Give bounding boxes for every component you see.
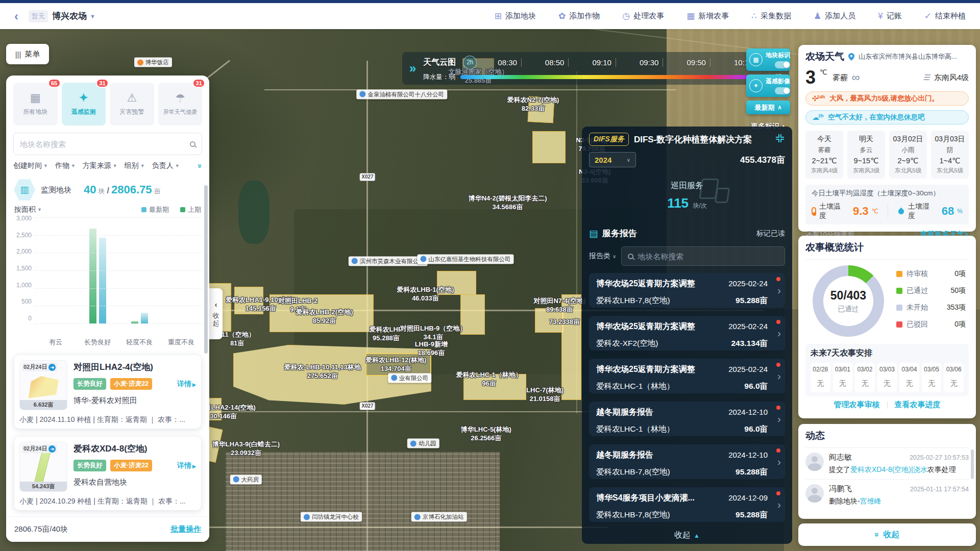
latest-period-button[interactable]: 最新期∧ xyxy=(746,101,790,114)
plot-label[interactable]: 爱科农LHB-2(空地) 85.92亩 xyxy=(296,308,353,325)
top-nav-item[interactable]: ▦ 新增农事 xyxy=(687,11,729,21)
plot-search-input[interactable] xyxy=(20,140,190,148)
year-dropdown[interactable]: 2024∨ xyxy=(589,152,636,167)
report-search-input[interactable] xyxy=(638,252,778,261)
chevron-down-icon[interactable]: ▼ xyxy=(90,13,95,19)
goto-icon[interactable]: ➔ xyxy=(48,364,56,371)
time-tick[interactable]: 08:50 xyxy=(541,58,569,67)
toggle-switch[interactable] xyxy=(775,61,790,68)
dynamics-item[interactable]: 阎志敏 2025-02-27 10:57:53 提交了爱科农XD4-8(空地)|… xyxy=(805,448,969,479)
tab-disaster-warning[interactable]: ⚠ 灾害预警 xyxy=(110,83,154,126)
plot-label[interactable]: LHB-9新增 18.696亩 xyxy=(415,340,448,357)
time-tick[interactable]: 08:30 xyxy=(494,58,522,67)
filter-dropdown[interactable]: 作物▼ xyxy=(55,161,76,170)
plot-label[interactable]: 博华LHC-5(林地) 26.2566亩 xyxy=(461,425,511,442)
time-tick[interactable]: 09:10 xyxy=(588,58,616,67)
plot-label[interactable]: LHC-7(林地) 21.0158亩 xyxy=(526,386,564,403)
report-card[interactable]: 越冬期服务报告 2024-12-10 爱科农LHB-7,8(空地) 95.288… xyxy=(589,444,785,479)
filter-dropdown[interactable]: 组别▼ xyxy=(125,161,145,170)
manage-review-link[interactable]: 管理农事审核 xyxy=(834,400,880,410)
report-category-dropdown[interactable]: 报告类∨ xyxy=(589,252,616,261)
mark-read-link[interactable]: 标记已读 xyxy=(756,229,785,238)
plot-card[interactable]: 02月24日➔ 54.243亩 爱科农XD4-8(空地) 长势良好 小麦·济麦2… xyxy=(14,437,201,510)
report-card[interactable]: 博华S4服务项目小麦滴灌... 2024-12-09 爱科农LHB-7,8(空地… xyxy=(589,487,785,522)
plot-label[interactable]: 爱科农LHB 95.288亩 xyxy=(370,325,403,342)
map-poi[interactable]: 金泉油棉有限公司十八分公司 xyxy=(356,89,447,99)
dynamics-scrollbar[interactable] xyxy=(971,449,974,479)
collapse-right-column-button[interactable]: » 收起 xyxy=(798,523,976,546)
report-card[interactable]: 博华农场25返青期方案调整 2025-02-24 爱科农-XF2(空地) 243… xyxy=(589,316,785,350)
top-nav-item[interactable]: ∴ 采集数据 xyxy=(751,11,791,21)
map-poi[interactable]: 幼儿园 xyxy=(407,439,439,448)
top-nav-item[interactable]: ♟ 添加人员 xyxy=(814,11,855,21)
collapse-reports-button[interactable]: 收起▲ xyxy=(589,530,785,541)
report-card[interactable]: 越冬期服务报告 2024-12-10 爱科农LHC-1（林地） 96.0亩 › xyxy=(589,402,785,436)
top-nav-item[interactable]: ⊞ 添加地块 xyxy=(495,11,536,21)
detail-link[interactable]: 详情 xyxy=(177,461,196,470)
map-poi[interactable]: 山东亿嘉恒基生物科技有限公司 xyxy=(418,254,514,264)
report-card[interactable]: 博华农场25返青期方案调整 2025-02-24 爱科农LHC-1（林地） 96… xyxy=(589,359,785,393)
plot-label[interactable]: 73.2338亩 xyxy=(549,317,580,325)
menu-button[interactable]: ||| 菜单 xyxy=(6,44,49,64)
map-poi[interactable]: 闫坊镇龙河中心校 xyxy=(301,512,362,522)
toggle-switch[interactable] xyxy=(775,87,790,94)
panel-collapse-tab[interactable]: ‹ 收起 xyxy=(209,288,223,339)
plot-label[interactable]: 爱科农N2-7(空地) 82.33亩 xyxy=(507,95,559,113)
time-tick[interactable]: 09:50 xyxy=(682,58,710,67)
sort-by-area-dropdown[interactable]: 按面积▼ xyxy=(14,205,42,214)
plot-thumbnail[interactable]: 02月24日➔ 6.632亩 xyxy=(19,360,67,410)
plot-label[interactable]: 爱科农-LHB-10,11,13林地 275.652亩 xyxy=(284,363,361,380)
plot-label[interactable]: 爱科农LHB-12(林地) 134.704亩 xyxy=(365,356,426,373)
activity-link[interactable]: 爱科农XD4-8(空地)|浇水 xyxy=(850,465,927,473)
schedule-day-chip[interactable]: 03/01 无 xyxy=(833,363,853,392)
plot-label[interactable]: 爱科农LHB-1(空地) 46.033亩 xyxy=(397,285,454,303)
plot-label[interactable]: 爱科农LHC-1（林地） 96亩 xyxy=(456,370,522,388)
expand-filters-icon[interactable]: » xyxy=(195,164,204,168)
collapse-panel-icon[interactable] xyxy=(775,133,785,145)
plot-polygon[interactable] xyxy=(532,131,566,163)
schedule-day-chip[interactable]: 03/02 无 xyxy=(855,363,875,392)
filter-dropdown[interactable]: 创建时间▼ xyxy=(13,161,48,170)
report-search[interactable] xyxy=(621,246,785,266)
schedule-day-chip[interactable]: 03/03 无 xyxy=(877,363,897,392)
schedule-day-chip[interactable]: 03/04 无 xyxy=(899,363,919,392)
top-nav-item[interactable]: ◷ 处理农事 xyxy=(622,11,664,21)
top-nav-item[interactable]: ¥ 记账 xyxy=(878,11,901,21)
report-card[interactable]: 博华农场25返青期方案调整 2025-02-24 爱科农LHB-7,8(空地) … xyxy=(589,273,785,308)
expand-timeline-icon[interactable]: » xyxy=(409,61,416,76)
map-poi[interactable]: 业有限公司 xyxy=(388,373,432,383)
plot-card[interactable]: 02月24日➔ 6.632亩 对照田LHA2-4(空地) 长势良好 小麦·济麦2… xyxy=(14,355,201,429)
plot-label[interactable]: -11（空地） 81亩 xyxy=(219,330,255,347)
activity-link[interactable]: 宫维峰 xyxy=(860,497,881,505)
schedule-day-chip[interactable]: 02/28 无 xyxy=(811,363,830,392)
duration-badge[interactable]: 2h xyxy=(463,56,477,69)
plot-search[interactable] xyxy=(13,133,202,155)
tab-abnormal-weather[interactable]: 31 ☂ 异常天气侵袭 xyxy=(158,83,203,126)
schedule-day-chip[interactable]: 03/06 无 xyxy=(944,363,964,392)
top-nav-item[interactable]: ✿ 添加作物 xyxy=(558,11,600,21)
plot-label[interactable]: 博华N4-2(碧根太阳李去二) 34.5686亩 xyxy=(469,194,547,211)
plot-marker-toggle[interactable]: ▦ 地块标识 xyxy=(746,48,790,71)
batch-operation-link[interactable]: 批量操作 xyxy=(170,524,201,534)
tab-remote-sensing[interactable]: 31 ✦ 遥感监测 xyxy=(62,83,106,126)
farm-name[interactable]: 博兴农场 xyxy=(52,10,87,22)
back-icon[interactable]: ‹ xyxy=(14,10,18,22)
remote-imagery-toggle[interactable]: ✦ 遥感影像 xyxy=(746,74,790,97)
plot-thumbnail[interactable]: 02月24日➔ 54.243亩 xyxy=(19,442,67,492)
top-nav-item[interactable]: ✓ 结束种植 xyxy=(924,11,966,21)
map-poi[interactable]: 京博石化加油站 xyxy=(411,512,467,522)
panel-scrollbar[interactable] xyxy=(204,185,208,354)
plot-label[interactable]: 博华LHA3-9(白蜡去二) 23.0932亩 xyxy=(212,440,280,457)
map-poi[interactable]: 大药房 xyxy=(230,474,262,484)
view-progress-link[interactable]: 查看农事进度 xyxy=(895,400,941,410)
time-tick[interactable]: 09:30 xyxy=(635,58,664,67)
tab-all-plots[interactable]: 65 ▦ 所有地块 xyxy=(13,83,58,126)
dynamics-item[interactable]: 冯鹏飞 2025-01-11 17:57:54 删除地块-宫维峰 xyxy=(805,479,969,511)
map-poi[interactable]: 博华饭店 xyxy=(134,58,172,67)
map-poi[interactable]: 滨州市昊森木业有限公司 xyxy=(349,256,428,266)
plot-label[interactable]: 对照田LHB-9（空地） 34.1亩 xyxy=(400,324,466,341)
filter-dropdown[interactable]: 方案来源▼ xyxy=(83,161,117,170)
goto-icon[interactable]: ➔ xyxy=(48,445,56,453)
detail-link[interactable]: 详情 xyxy=(177,380,196,389)
schedule-day-chip[interactable]: 03/05 无 xyxy=(922,363,942,392)
